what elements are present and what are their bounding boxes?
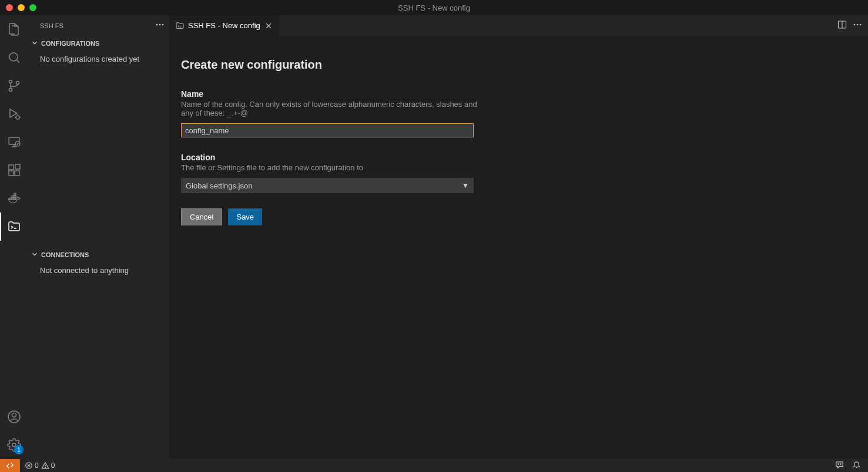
- branch-icon: [7, 79, 21, 93]
- folder-terminal-icon: [175, 21, 185, 31]
- svg-point-6: [16, 116, 19, 119]
- editor-more-button[interactable]: [853, 20, 862, 31]
- split-icon: [837, 20, 847, 29]
- remote-indicator[interactable]: [0, 459, 20, 472]
- editor-actions: [837, 15, 868, 36]
- chevron-down-icon: [31, 250, 39, 259]
- svg-point-31: [838, 464, 839, 464]
- tab-close-button[interactable]: [264, 21, 273, 31]
- window-title: SSH FS - New config: [398, 4, 470, 12]
- sshfs-activity[interactable]: [0, 213, 28, 241]
- chevron-down-icon: ▼: [462, 181, 469, 190]
- feedback-button[interactable]: [835, 460, 844, 471]
- svg-point-23: [854, 24, 856, 26]
- maximize-window-button[interactable]: [29, 4, 36, 11]
- svg-point-25: [860, 24, 862, 26]
- name-label: Name: [181, 89, 481, 99]
- settings-activity[interactable]: 1: [0, 431, 28, 459]
- location-description: The file or Settings file to add the new…: [181, 163, 481, 172]
- svg-point-2: [9, 80, 12, 83]
- status-bar: 0 0: [0, 459, 868, 472]
- configurations-header[interactable]: CONFIGURATIONS: [28, 36, 169, 51]
- sidebar: SSH FS CONFIGURATIONS No configurations …: [28, 15, 169, 459]
- field-name: Name Name of the config. Can only exists…: [181, 89, 481, 137]
- tab-sshfs-new-config[interactable]: SSH FS - New config: [169, 15, 280, 36]
- button-row: Cancel Save: [181, 208, 856, 225]
- extensions-icon: [7, 163, 21, 177]
- svg-rect-10: [9, 171, 14, 176]
- svg-point-24: [857, 24, 859, 26]
- terminal-folder-icon: [7, 220, 21, 234]
- accounts-activity[interactable]: [0, 403, 28, 431]
- location-label: Location: [181, 153, 481, 162]
- svg-point-30: [45, 467, 45, 467]
- activity-bar: 1: [0, 15, 28, 459]
- status-right: [835, 460, 868, 471]
- docker-icon: [7, 191, 21, 205]
- play-gear-icon: [7, 107, 21, 121]
- page-title: Create new configuration: [181, 58, 856, 72]
- configurations-section: CONFIGURATIONS No configurations created…: [28, 36, 169, 247]
- remote-explorer-activity[interactable]: [0, 128, 28, 156]
- svg-point-17: [159, 24, 161, 26]
- notifications-button[interactable]: [852, 460, 861, 471]
- chevron-down-icon: [31, 39, 39, 48]
- tabs-row: SSH FS - New config: [169, 15, 868, 36]
- name-input[interactable]: [181, 123, 474, 137]
- problems-status[interactable]: 0 0: [20, 461, 55, 470]
- search-icon: [7, 50, 21, 65]
- svg-point-18: [162, 24, 164, 26]
- svg-point-14: [12, 413, 16, 417]
- tab-label: SSH FS - New config: [188, 21, 260, 30]
- feedback-icon: [835, 460, 844, 469]
- source-control-activity[interactable]: [0, 72, 28, 100]
- close-window-button[interactable]: [6, 4, 13, 11]
- warning-count: 0: [51, 461, 55, 470]
- workbench: 1 SSH FS CONFIGURATIONS No configuration…: [0, 15, 868, 459]
- split-editor-button[interactable]: [837, 20, 847, 31]
- error-icon: [25, 461, 33, 470]
- connections-body: Not connected to anything: [28, 262, 169, 278]
- svg-point-16: [156, 24, 158, 26]
- svg-rect-11: [15, 171, 19, 176]
- search-activity[interactable]: [0, 43, 28, 72]
- remote-icon: [6, 461, 14, 470]
- remote-monitor-icon: [7, 135, 21, 149]
- files-icon: [7, 22, 21, 36]
- sidebar-title: SSH FS: [40, 22, 63, 29]
- svg-point-32: [840, 464, 841, 464]
- run-debug-activity[interactable]: [0, 100, 28, 128]
- location-dropdown[interactable]: Global settings.json ▼: [181, 178, 474, 193]
- svg-rect-9: [9, 165, 14, 170]
- titlebar: SSH FS - New config: [0, 0, 868, 15]
- account-icon: [7, 410, 21, 424]
- extensions-activity[interactable]: [0, 156, 28, 184]
- svg-point-0: [9, 53, 18, 61]
- save-button[interactable]: Save: [228, 208, 262, 225]
- svg-point-4: [16, 82, 19, 85]
- sidebar-title-row: SSH FS: [28, 15, 169, 36]
- ellipsis-icon: [853, 20, 862, 29]
- error-count: 0: [35, 461, 39, 470]
- docker-activity[interactable]: [0, 184, 28, 213]
- location-value: Global settings.json: [186, 181, 252, 190]
- minimize-window-button[interactable]: [18, 4, 25, 11]
- connections-header[interactable]: CONNECTIONS: [28, 247, 169, 262]
- close-icon: [264, 21, 273, 31]
- explorer-activity[interactable]: [0, 15, 28, 43]
- editor-content: Create new configuration Name Name of th…: [169, 36, 868, 459]
- connections-section: CONNECTIONS Not connected to anything: [28, 247, 169, 459]
- warning-icon: [41, 461, 49, 470]
- settings-badge: 1: [14, 445, 24, 454]
- window-controls: [0, 4, 36, 11]
- editor-area: SSH FS - New config Create new configura…: [169, 15, 868, 459]
- svg-point-3: [9, 89, 12, 92]
- sidebar-more-button[interactable]: [155, 20, 165, 31]
- configurations-header-text: CONFIGURATIONS: [41, 40, 99, 47]
- field-location: Location The file or Settings file to ad…: [181, 153, 481, 193]
- name-description: Name of the config. Can only exists of l…: [181, 100, 481, 117]
- configurations-body: No configurations created yet: [28, 51, 169, 67]
- cancel-button[interactable]: Cancel: [181, 208, 222, 225]
- svg-rect-12: [15, 164, 20, 169]
- ellipsis-icon: [155, 20, 165, 29]
